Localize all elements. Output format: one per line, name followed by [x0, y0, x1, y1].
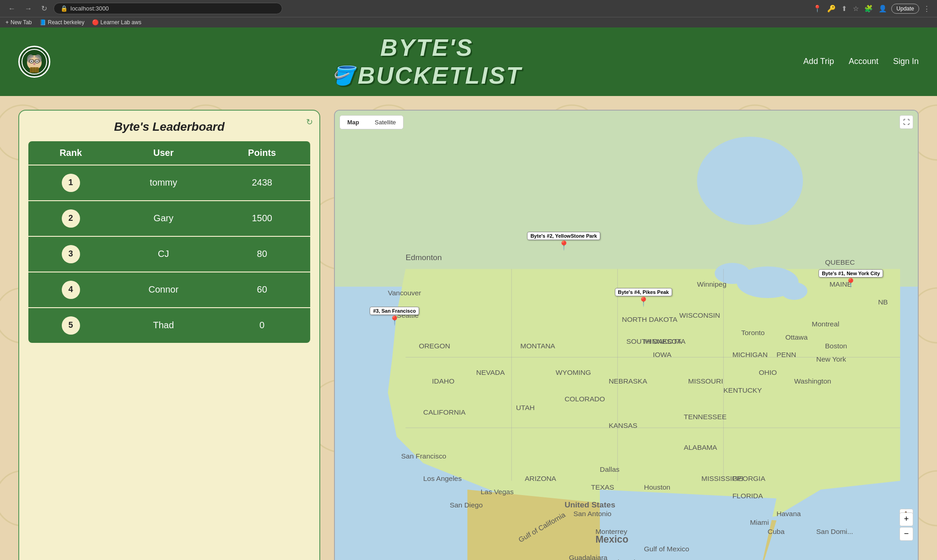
refresh-button[interactable]: ↻ [306, 117, 313, 127]
svg-text:Miami: Miami [750, 518, 769, 526]
svg-text:Cuba: Cuba [768, 527, 785, 535]
col-points: Points [214, 141, 310, 165]
svg-text:Mexico: Mexico [595, 534, 628, 544]
svg-text:Toronto: Toronto [741, 329, 765, 336]
rank-badge: 2 [62, 209, 80, 228]
new-tab-bookmark[interactable]: + New Tab [5, 19, 32, 26]
svg-text:COLORADO: COLORADO [565, 395, 605, 403]
svg-text:TEXAS: TEXAS [591, 483, 614, 491]
back-button[interactable]: ← [5, 4, 18, 14]
cell-user: tommy [113, 165, 214, 201]
svg-text:NEVADA: NEVADA [476, 368, 505, 376]
marker-new-york: Byte's #1, New York City 📍 [819, 269, 883, 288]
bookmark-learner-lab[interactable]: 🔴 Learner Lab aws [92, 19, 141, 26]
header-nav: Add Trip Account Sign In [803, 57, 919, 66]
key-icon[interactable]: 🔑 [826, 3, 837, 14]
cell-points: 80 [214, 236, 310, 272]
star-icon[interactable]: ☆ [851, 3, 860, 14]
bookmark-react-berkeley[interactable]: 📘 React berkeley [39, 19, 85, 26]
map-fullscreen-button[interactable]: ⛶ [899, 115, 913, 129]
rank-badge: 4 [62, 281, 80, 299]
svg-text:San Antonio: San Antonio [573, 510, 611, 517]
cell-rank: 2 [28, 201, 113, 236]
lock-icon: 🔒 [60, 5, 68, 12]
svg-text:SOUTH DAKOTA: SOUTH DAKOTA [626, 337, 682, 345]
address-bar[interactable]: 🔒 localhost:3000 [54, 3, 282, 14]
bookmarks-bar: + New Tab 📘 React berkeley 🔴 Learner Lab… [0, 17, 937, 27]
svg-text:Montreal: Montreal [812, 320, 839, 328]
update-button[interactable]: Update [891, 4, 919, 14]
svg-text:TENNESSEE: TENNESSEE [684, 412, 727, 420]
rank-badge: 5 [62, 316, 80, 335]
browser-toolbar: ← → ↻ 🔒 localhost:3000 📍 🔑 ⬆ ☆ 🧩 👤 Updat… [0, 0, 937, 17]
react-icon: 📘 [39, 19, 46, 26]
svg-text:Havana: Havana [776, 510, 801, 517]
share-icon[interactable]: ⬆ [840, 3, 849, 14]
svg-point-21 [781, 282, 808, 300]
table-header-row: Rank User Points [28, 141, 310, 165]
col-rank: Rank [28, 141, 113, 165]
table-row: 5 Thad 0 [28, 308, 310, 343]
col-user: User [113, 141, 214, 165]
logo-circle [18, 46, 50, 78]
menu-icon[interactable]: ⋮ [922, 3, 932, 14]
svg-text:ARIZONA: ARIZONA [525, 474, 556, 482]
account-link[interactable]: Account [849, 57, 878, 66]
svg-text:Washington: Washington [794, 377, 831, 385]
marker-san-francisco: #3, San Francisco 📍 [370, 307, 419, 325]
zoom-in-button[interactable]: + [899, 512, 913, 526]
svg-text:Winnipeg: Winnipeg [697, 280, 726, 288]
svg-point-22 [697, 137, 803, 225]
svg-text:Las Vegas: Las Vegas [481, 487, 514, 495]
map-background: Edmonton Vancouver Seattle OREGON IDAHO … [335, 111, 918, 560]
location-icon[interactable]: 📍 [812, 3, 823, 14]
svg-text:KENTUCKY: KENTUCKY [723, 386, 762, 394]
title-line2: BUCKETLIST [358, 63, 522, 89]
marker-new-york-pin: 📍 [845, 278, 856, 288]
map-tab-map[interactable]: Map [340, 116, 366, 129]
marker-yellowstone: Byte's #2, YellowStone Park 📍 [527, 232, 600, 250]
app-title: BYTE'S 🪣 BUCKETLIST [69, 35, 785, 89]
svg-text:QUEBEC: QUEBEC [825, 258, 855, 266]
svg-text:Monterrey: Monterrey [595, 527, 627, 535]
marker-new-york-label: Byte's #1, New York City [819, 269, 883, 277]
table-row: 1 tommy 2438 [28, 165, 310, 201]
url-text: localhost:3000 [70, 5, 109, 12]
rank-badge: 1 [62, 174, 80, 192]
cell-user: Thad [113, 308, 214, 343]
cell-rank: 1 [28, 165, 113, 201]
header-logo[interactable] [18, 46, 50, 78]
extension-icon[interactable]: 🧩 [863, 3, 874, 14]
svg-text:FLORIDA: FLORIDA [732, 492, 764, 500]
reload-button[interactable]: ↻ [38, 3, 50, 14]
sign-in-link[interactable]: Sign In [893, 57, 919, 66]
main-content: ↻ Byte's Leaderboard Rank User Points 1 … [0, 96, 937, 560]
cell-points: 60 [214, 272, 310, 308]
title-bucket-icon: 🪣 [332, 65, 356, 85]
svg-point-11 [33, 63, 36, 65]
map-tab-satellite[interactable]: Satellite [367, 116, 403, 129]
cell-rank: 5 [28, 308, 113, 343]
svg-text:WISCONSIN: WISCONSIN [679, 311, 720, 319]
svg-text:Mexico City: Mexico City [604, 558, 641, 560]
add-trip-link[interactable]: Add Trip [803, 57, 834, 66]
app: BYTE'S 🪣 BUCKETLIST Add Trip Account Sig… [0, 27, 937, 560]
svg-text:KANSAS: KANSAS [609, 421, 637, 429]
svg-text:ALABAMA: ALABAMA [684, 443, 717, 451]
svg-text:Dallas: Dallas [600, 465, 619, 473]
svg-text:WYOMING: WYOMING [556, 368, 591, 376]
forward-button[interactable]: → [22, 4, 35, 14]
learner-lab-icon: 🔴 [92, 19, 99, 26]
zoom-out-button[interactable]: − [899, 527, 913, 541]
svg-point-10 [37, 60, 38, 62]
svg-text:Gulf of Mexico: Gulf of Mexico [644, 545, 689, 553]
bookmark-learner-label: Learner Lab aws [101, 19, 141, 26]
marker-yellowstone-label: Byte's #2, YellowStone Park [527, 232, 600, 240]
new-tab-icon: + [5, 19, 9, 26]
table-row: 2 Gary 1500 [28, 201, 310, 236]
bookmark-react-label: React berkeley [48, 19, 85, 26]
svg-text:Guadalajara: Guadalajara [569, 554, 608, 560]
table-row: 3 CJ 80 [28, 236, 310, 272]
profile-icon[interactable]: 👤 [877, 3, 889, 14]
cell-points: 2438 [214, 165, 310, 201]
